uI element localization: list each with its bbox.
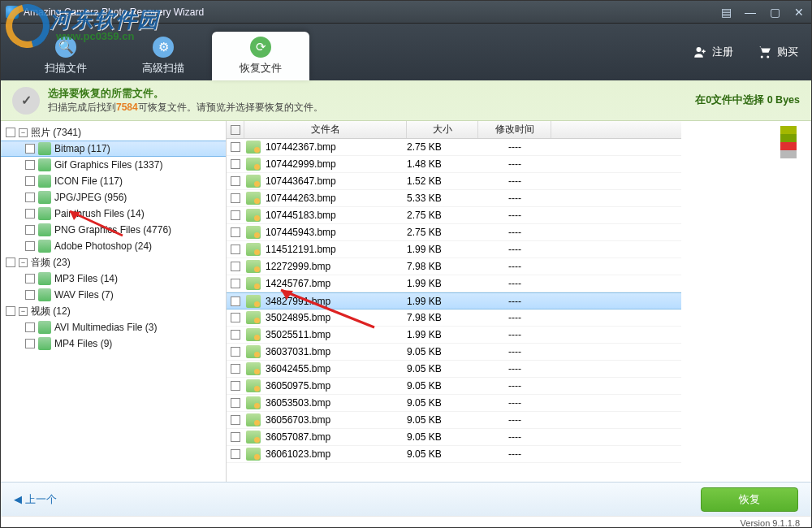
checkbox[interactable] [25, 322, 35, 332]
tree-item[interactable]: MP3 Files (14) [1, 270, 226, 287]
filetype-icon [38, 142, 51, 155]
file-icon [246, 141, 261, 154]
checkbox[interactable] [25, 274, 35, 283]
checkbox[interactable] [25, 193, 35, 202]
file-row[interactable]: 14245767.bmp1.99 KB---- [227, 275, 681, 292]
file-row[interactable]: 12272999.bmp7.98 KB---- [227, 258, 681, 275]
column-size[interactable]: 大小 [407, 121, 478, 138]
file-size: 9.05 KB [407, 448, 478, 460]
checkbox[interactable] [25, 339, 35, 348]
tab-recover[interactable]: ⟳恢复文件 [212, 32, 309, 80]
column-mtime[interactable]: 修改时间 [478, 121, 551, 138]
file-size: 1.99 KB [407, 244, 478, 255]
tree-item[interactable]: AVI Multimedias File (3) [1, 319, 226, 335]
recover-button[interactable]: 恢复 [701, 487, 798, 512]
row-checkbox[interactable] [227, 449, 244, 459]
window-menu-button[interactable]: ▤ [714, 1, 738, 23]
file-row[interactable]: 107442367.bmp2.75 KB---- [227, 139, 681, 156]
row-checkbox[interactable] [227, 432, 244, 442]
file-icon [246, 175, 261, 188]
row-checkbox[interactable] [227, 330, 244, 340]
file-row[interactable]: 36056703.bmp9.05 KB---- [227, 412, 681, 429]
tree-item[interactable]: JPG/JPEG (956) [1, 189, 226, 206]
minimize-button[interactable]: — [738, 1, 762, 23]
file-row[interactable]: 36050975.bmp9.05 KB---- [227, 378, 681, 395]
row-checkbox[interactable] [227, 347, 244, 357]
file-row[interactable]: 107442999.bmp1.48 KB---- [227, 156, 681, 173]
file-name: 35024895.bmp [264, 312, 407, 323]
previous-button[interactable]: ◀ 上一个 [14, 492, 57, 507]
tree-item[interactable]: Adobe Photoshop (24) [1, 238, 226, 254]
row-checkbox[interactable] [227, 159, 244, 169]
file-row[interactable]: 107443647.bmp1.52 KB---- [227, 173, 681, 190]
checkbox[interactable] [25, 225, 35, 235]
collapse-icon[interactable]: − [19, 307, 28, 316]
file-size: 9.05 KB [407, 397, 478, 409]
select-all-checkbox[interactable] [227, 121, 244, 138]
tree-item[interactable]: MP4 Files (9) [1, 335, 226, 352]
row-checkbox[interactable] [227, 381, 244, 391]
row-checkbox[interactable] [227, 142, 244, 152]
tree-item[interactable]: Paintbrush Files (14) [1, 206, 226, 222]
row-checkbox[interactable] [227, 313, 244, 322]
collapse-icon[interactable]: − [19, 128, 28, 137]
file-row[interactable]: 36057087.bmp9.05 KB---- [227, 429, 681, 446]
tree-item[interactable]: Bitmap (117) [1, 141, 226, 157]
file-name: 36057087.bmp [264, 431, 407, 443]
row-checkbox[interactable] [227, 296, 244, 306]
row-checkbox[interactable] [227, 398, 244, 408]
category-tree[interactable]: −照片 (7341)Bitmap (117)Gif Graphics Files… [1, 121, 227, 482]
file-mtime: ---- [478, 210, 551, 221]
row-checkbox[interactable] [227, 245, 244, 254]
collapse-icon[interactable]: − [19, 258, 28, 267]
row-checkbox[interactable] [227, 262, 244, 271]
tree-item[interactable]: Gif Graphics Files (1337) [1, 157, 226, 173]
info-title: 选择要恢复的所需文件。 [48, 87, 323, 101]
maximize-button[interactable]: ▢ [762, 1, 787, 23]
register-link[interactable]: 注册 [693, 45, 733, 59]
row-checkbox[interactable] [227, 176, 244, 186]
tab-advanced[interactable]: ⚙高级扫描 [114, 32, 212, 80]
checkbox[interactable] [25, 176, 35, 186]
tree-category[interactable]: −音频 (23) [1, 254, 226, 270]
row-checkbox[interactable] [227, 193, 244, 203]
info-bar: ✓ 选择要恢复的所需文件。 扫描完成后找到7584可恢复文件。请预览并选择要恢复… [1, 80, 811, 121]
checkbox[interactable] [6, 128, 15, 137]
checkbox[interactable] [25, 290, 35, 300]
file-row[interactable]: 36061023.bmp9.05 KB---- [227, 446, 681, 463]
file-row[interactable]: 35025511.bmp1.99 KB---- [227, 327, 681, 344]
file-row[interactable]: 36053503.bmp9.05 KB---- [227, 395, 681, 412]
buy-link[interactable]: 购买 [758, 45, 798, 59]
row-checkbox[interactable] [227, 364, 244, 374]
file-row[interactable]: 107445183.bmp2.75 KB---- [227, 207, 681, 224]
tree-category[interactable]: −照片 (7341) [1, 124, 226, 141]
file-row[interactable]: 36042455.bmp9.05 KB---- [227, 361, 681, 378]
checkbox[interactable] [25, 241, 35, 251]
file-name: 36056703.bmp [264, 414, 407, 426]
row-checkbox[interactable] [227, 227, 244, 237]
file-row[interactable]: 35024895.bmp7.98 KB---- [227, 309, 681, 327]
tab-scan[interactable]: 🔍扫描文件 [17, 32, 114, 80]
file-row[interactable]: 34827991.bmp1.99 KB---- [227, 292, 681, 309]
file-icon [246, 158, 261, 171]
checkbox[interactable] [25, 160, 35, 170]
file-list-body[interactable]: 107442367.bmp2.75 KB----107442999.bmp1.4… [227, 139, 681, 482]
checkbox[interactable] [25, 144, 35, 154]
row-checkbox[interactable] [227, 210, 244, 220]
tree-item[interactable]: ICON File (117) [1, 173, 226, 189]
column-name[interactable]: 文件名 [244, 121, 407, 138]
tree-item[interactable]: PNG Graphics Files (4776) [1, 222, 226, 238]
file-mtime: ---- [478, 431, 551, 443]
tree-item[interactable]: WAV Files (7) [1, 287, 226, 303]
checkbox[interactable] [25, 209, 35, 219]
checkbox[interactable] [6, 258, 15, 267]
tree-category[interactable]: −视频 (12) [1, 303, 226, 319]
file-row[interactable]: 107444263.bmp5.33 KB---- [227, 190, 681, 207]
file-row[interactable]: 107445943.bmp2.75 KB---- [227, 224, 681, 241]
checkbox[interactable] [6, 306, 15, 316]
row-checkbox[interactable] [227, 415, 244, 425]
close-button[interactable]: ✕ [787, 1, 811, 23]
row-checkbox[interactable] [227, 279, 244, 288]
file-row[interactable]: 36037031.bmp9.05 KB---- [227, 344, 681, 361]
file-row[interactable]: 114512191.bmp1.99 KB---- [227, 241, 681, 258]
